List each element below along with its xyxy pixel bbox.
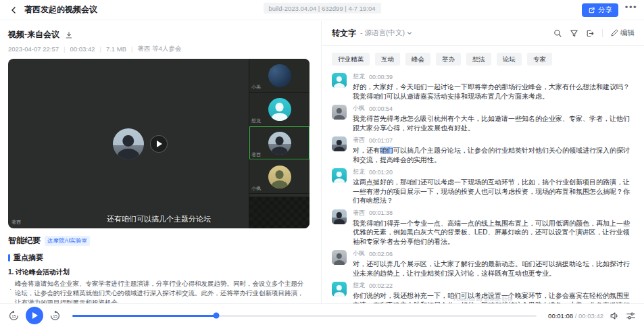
edit-button[interactable]: 编辑 — [610, 28, 635, 38]
top-bar: 著西发起的视频会议 build-2023.04.04 | 632d99 | 4-… — [0, 0, 644, 20]
video-meta: 2023-04-07 22:57| 00:03:42| 7.1 MB| 著西 等… — [8, 45, 309, 53]
edit-button-label: 编辑 — [620, 28, 635, 38]
video-play-overlay-button[interactable] — [150, 135, 168, 153]
section-accent-bar — [8, 254, 10, 261]
source-language-label[interactable]: - 源语言(中文) — [360, 28, 405, 38]
filter-icon — [570, 29, 578, 38]
more-menu-button[interactable]: ••• — [625, 2, 637, 12]
video-title: 视频-来自会议 — [8, 29, 59, 41]
volume-icon — [610, 311, 620, 321]
transcript-message[interactable]: 想龙 00:01:20 这两点挺好的，那咱们还可以考虑一下现场的互动环节，比如，… — [332, 168, 635, 205]
ai-lab-badge: 达摩院AI实验室 — [45, 236, 90, 246]
video-date: 2023-04-07 22:57 — [8, 45, 59, 53]
play-button[interactable] — [26, 307, 43, 324]
chevron-down-icon[interactable] — [407, 30, 412, 36]
back-button[interactable] — [8, 5, 19, 16]
progress-bar[interactable] — [72, 315, 537, 317]
transcript-panel: 转文字 - 源语言(中文) 编辑 — [322, 21, 644, 303]
message-timestamp[interactable]: 00:01:07 — [369, 137, 393, 144]
message-timestamp[interactable]: 00:01:38 — [369, 209, 393, 216]
video-participants: 著西 等4人参会 — [138, 45, 182, 53]
message-text: 我觉得首先得考虑怎么吸引杭州有个大牛，比如邀请一些知名的企业家、专家、学者，让他… — [353, 114, 635, 132]
summary-item-title: 1. 讨论峰会活动计划 — [8, 268, 309, 277]
search-button[interactable] — [553, 29, 562, 38]
participant-name: 想龙 — [251, 118, 261, 124]
speaker-avatar — [332, 250, 347, 265]
speaker-avatar — [332, 136, 347, 151]
participant-name: 著西 — [251, 151, 261, 158]
transcript-message[interactable]: 小枫 00:00:54 我觉得首先得考虑怎么吸引杭州有个大牛，比如邀请一些知名的… — [332, 104, 635, 132]
search-icon — [553, 29, 562, 38]
share-button-label: 分享 — [598, 5, 612, 15]
message-timestamp[interactable]: 00:02:06 — [369, 251, 393, 257]
filter-button[interactable] — [570, 29, 578, 38]
powered-by-label: Powered By 达摩院·听悟 — [322, 295, 644, 303]
participant-strip: 小美 想龙 著西 小枫 — [249, 59, 309, 228]
keyword-tag[interactable]: 举办 — [436, 53, 461, 66]
page-title: 著西发起的视频会议 — [24, 4, 97, 16]
smart-summary-title: 智能纪要 — [8, 235, 41, 247]
transcript-message[interactable]: 小枫 00:02:06 对，还可以弄几个展示区，让大家了解行业的最新动态。咱们还… — [332, 249, 635, 278]
speaker-name: 想龙 — [353, 281, 365, 290]
message-timestamp[interactable]: 00:01:20 — [369, 169, 393, 176]
message-timestamp[interactable]: 00:00:39 — [369, 74, 393, 80]
keyword-tag[interactable]: 行业精英 — [332, 53, 370, 66]
participant-avatar — [268, 98, 291, 121]
play-icon — [157, 141, 162, 147]
share-button[interactable]: 分享 — [582, 3, 618, 17]
key-points-title: 重点摘要 — [14, 253, 43, 263]
download-button[interactable] — [65, 31, 73, 39]
video-filesize: 7.1 MB — [106, 45, 126, 53]
export-button[interactable] — [586, 29, 595, 38]
video-main-area — [8, 59, 249, 228]
keyword-tag[interactable]: 论坛 — [497, 53, 522, 66]
participant-tile[interactable]: 想龙 — [249, 93, 309, 126]
time-display: 00:01:08 / 00:03:42 — [548, 312, 603, 320]
video-panel: 视频-来自会议 2023-04-07 22:57| 00:03:42| 7.1 … — [0, 21, 322, 303]
speaker-avatar — [332, 209, 347, 224]
speaker-avatar — [332, 73, 347, 88]
transcript-message[interactable]: 著西 00:01:38 我觉得咱们得弄一个专业一点、高端一点的线上氛围布置上，可… — [332, 209, 635, 247]
keyword-tag[interactable]: 峰会 — [405, 53, 430, 66]
speaker-name: 想龙 — [353, 72, 365, 81]
transcript-message[interactable]: 想龙 00:00:39 好的，大家好，今天咱们一起讨论一下即将举办的那场行业峰会… — [332, 72, 635, 101]
message-text: 对，还有咱们可以搞几个主题分论坛，让参会的行业精英针对他们关心的领域进行深入的探… — [353, 146, 635, 164]
forward-15-button[interactable]: 15 — [49, 310, 61, 322]
video-subtitle: 还有咱们可以搞几个主题分论坛 — [8, 214, 309, 224]
app-window: 著西发起的视频会议 build-2023.04.04 | 632d99 | 4-… — [0, 0, 644, 327]
transcript-header: 转文字 - 源语言(中文) 编辑 — [322, 21, 644, 46]
message-timestamp[interactable]: 00:02:22 — [369, 282, 393, 289]
keyword-tag[interactable]: 想法 — [466, 53, 491, 66]
rewind-skip-label: 15 — [8, 314, 20, 318]
video-player[interactable]: 小美 想龙 著西 小枫 著西 还有咱们可以搞几个主题分论坛 — [8, 59, 309, 228]
participant-tile[interactable]: 小枫 — [249, 160, 309, 194]
speaker-name: 想龙 — [353, 168, 365, 176]
participant-tile[interactable]: 著西 — [249, 126, 309, 160]
volume-button[interactable] — [610, 311, 620, 321]
chevron-left-icon — [9, 6, 18, 14]
summary-list: 1. 讨论峰会活动计划 峰会将邀请知名企业家、专家学者进行主题演讲，分享行业心得… — [8, 268, 309, 303]
keyword-tag[interactable]: 专家 — [527, 53, 552, 66]
keyword-tag[interactable]: 互动 — [375, 53, 400, 66]
playback-settings-button[interactable] — [626, 311, 636, 321]
speaker-name: 著西 — [353, 136, 365, 145]
build-badge: build-2023.04.04 | 632d99 | 4-7 19:04 — [263, 3, 380, 14]
video-duration: 00:03:42 — [70, 45, 95, 53]
share-icon — [588, 7, 595, 14]
transcript-title: 转文字 — [332, 28, 356, 39]
participant-name: 小枫 — [251, 185, 261, 192]
transcript-message[interactable]: 著西 00:01:07 对，还有咱们可以搞几个主题分论坛，让参会的行业精英针对他… — [332, 136, 635, 164]
participant-tile[interactable]: 小美 — [249, 59, 309, 93]
participant-name: 小美 — [251, 84, 261, 91]
message-timestamp[interactable]: 00:00:54 — [369, 105, 393, 112]
speaker-name: 小枫 — [353, 249, 365, 258]
transcript-list[interactable]: 想龙 00:00:39 好的，大家好，今天咱们一起讨论一下即将举办的那场行业峰会… — [332, 72, 635, 303]
tune-sliders-icon — [626, 311, 636, 321]
pencil-icon — [610, 29, 618, 37]
progress-handle[interactable] — [214, 313, 220, 319]
speaker-avatar — [332, 105, 347, 120]
current-speaker-avatar — [113, 128, 144, 159]
participant-avatar — [268, 166, 291, 188]
rewind-15-button[interactable]: 15 — [8, 310, 20, 322]
total-time: 00:03:42 — [578, 312, 603, 320]
